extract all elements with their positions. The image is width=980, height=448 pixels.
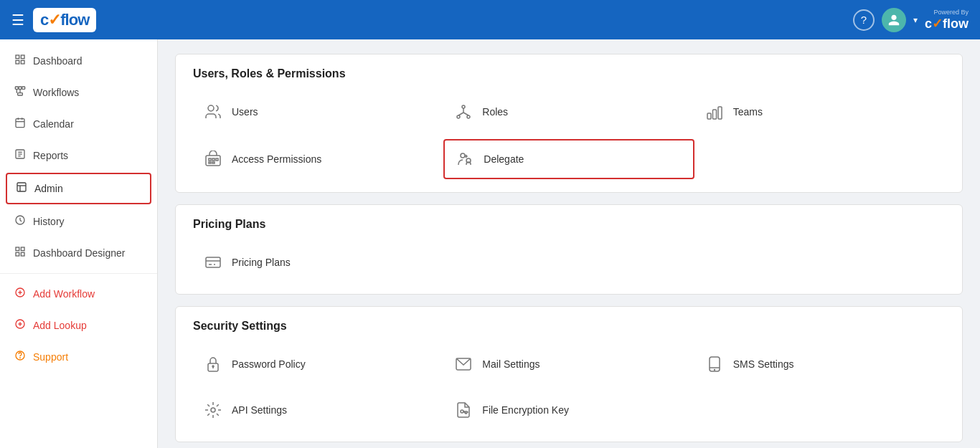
sidebar-item-add-lookup[interactable]: Add Lookup	[0, 310, 157, 341]
grid-item-users[interactable]: Users	[193, 93, 443, 130]
grid-item-access-permissions[interactable]: Access Permissions	[193, 139, 443, 179]
svg-rect-41	[707, 113, 711, 119]
grid-item-delegate[interactable]: Delegate	[443, 139, 694, 179]
delegate-icon	[453, 148, 476, 171]
grid-item-pricing-plans[interactable]: Pricing Plans	[193, 244, 443, 281]
logo[interactable]: c✓flow	[33, 8, 96, 32]
svg-line-40	[463, 113, 468, 115]
svg-rect-18	[17, 183, 26, 191]
svg-rect-6	[22, 87, 25, 89]
sidebar-item-history[interactable]: History	[0, 206, 157, 237]
sidebar-label-dashboard-designer: Dashboard Designer	[33, 247, 125, 259]
pricing-plans-grid: Pricing Plans	[193, 244, 945, 281]
sidebar-label-add-workflow: Add Workflow	[33, 288, 95, 300]
users-roles-grid: Users Roles Teams	[193, 93, 945, 179]
sidebar-item-support[interactable]: Support	[0, 341, 157, 373]
section-pricing-plans: Pricing Plans Pricing Plans	[175, 204, 963, 295]
svg-rect-42	[712, 110, 716, 119]
workflows-icon	[14, 85, 26, 100]
dashboard-icon	[14, 54, 26, 68]
add-lookup-icon	[14, 318, 26, 333]
section-users-roles: Users, Roles & Permissions Users Roles	[175, 54, 963, 193]
sidebar-item-dashboard[interactable]: Dashboard	[0, 45, 157, 77]
sidebar-item-admin[interactable]: Admin	[6, 173, 151, 204]
svg-rect-10	[16, 119, 24, 128]
main-container: Dashboard Workflows Calendar Reports Adm	[0, 39, 980, 448]
svg-rect-45	[209, 158, 211, 161]
header-right: ? ▾ Powered By c✓flow	[853, 8, 969, 32]
grid-item-roles[interactable]: Roles	[443, 93, 694, 130]
svg-rect-4	[15, 87, 18, 89]
grid-item-file-encryption-key[interactable]: File Encryption Key	[443, 391, 694, 429]
pricing-plans-icon	[202, 251, 225, 274]
grid-label-roles: Roles	[482, 106, 508, 118]
sidebar-item-calendar[interactable]: Calendar	[0, 108, 157, 140]
powered-logo-text: c✓flow	[925, 16, 969, 32]
sidebar-label-reports: Reports	[33, 150, 68, 161]
sidebar-label-history: History	[33, 216, 65, 227]
section-title-pricing-plans: Pricing Plans	[193, 218, 945, 231]
sidebar-label-workflows: Workflows	[33, 87, 79, 98]
grid-label-password-policy: Password Policy	[232, 358, 306, 370]
powered-by-text: Powered By	[933, 9, 969, 16]
admin-icon	[16, 181, 27, 196]
svg-point-64	[461, 410, 463, 413]
sidebar: Dashboard Workflows Calendar Reports Adm	[0, 39, 158, 448]
svg-point-37	[467, 115, 470, 118]
svg-rect-3	[21, 60, 24, 64]
sidebar-label-add-lookup: Add Lookup	[33, 320, 87, 331]
svg-rect-43	[718, 107, 722, 119]
svg-rect-46	[212, 158, 215, 161]
svg-rect-2	[16, 60, 19, 64]
sms-settings-icon	[703, 353, 726, 376]
calendar-icon	[14, 117, 26, 131]
support-icon	[14, 350, 26, 364]
sidebar-item-add-workflow[interactable]: Add Workflow	[0, 278, 157, 310]
sidebar-label-admin: Admin	[34, 183, 63, 194]
svg-point-34	[208, 105, 214, 111]
security-settings-grid: Password Policy Mail Settings SMS Settin…	[193, 345, 945, 429]
svg-point-35	[462, 105, 465, 108]
section-title-users-roles: Users, Roles & Permissions	[193, 67, 945, 80]
section-security-settings: Security Settings Password Policy Mail S…	[175, 306, 963, 442]
app-header: ☰ c✓flow ? ▾ Powered By c✓flow	[0, 0, 980, 39]
roles-icon	[452, 100, 475, 123]
grid-item-mail-settings[interactable]: Mail Settings	[443, 345, 694, 383]
help-button[interactable]: ?	[853, 9, 875, 31]
sidebar-item-reports[interactable]: Reports	[0, 140, 157, 171]
svg-rect-48	[209, 162, 211, 163]
api-settings-icon	[202, 399, 225, 421]
grid-item-teams[interactable]: Teams	[694, 93, 945, 130]
svg-rect-24	[16, 252, 19, 256]
powered-by: Powered By c✓flow	[925, 9, 969, 32]
grid-item-api-settings[interactable]: API Settings	[193, 391, 443, 429]
sidebar-label-support: Support	[33, 351, 68, 363]
sidebar-item-workflows[interactable]: Workflows	[0, 77, 157, 108]
dashboard-designer-icon	[14, 246, 26, 260]
avatar-icon	[887, 14, 900, 27]
grid-label-users: Users	[232, 106, 258, 118]
mail-settings-icon	[452, 353, 475, 376]
user-dropdown-arrow[interactable]: ▾	[913, 15, 918, 25]
file-encryption-key-icon	[452, 399, 475, 421]
sidebar-item-dashboard-designer[interactable]: Dashboard Designer	[0, 237, 157, 269]
user-avatar[interactable]	[882, 8, 906, 32]
header-left: ☰ c✓flow	[11, 8, 96, 32]
sidebar-label-calendar: Calendar	[33, 118, 74, 130]
svg-rect-49	[212, 162, 215, 163]
grid-item-sms-settings[interactable]: SMS Settings	[694, 345, 945, 383]
svg-rect-53	[206, 257, 220, 267]
hamburger-icon[interactable]: ☰	[11, 11, 24, 29]
content-area: Users, Roles & Permissions Users Roles	[158, 39, 980, 448]
add-workflow-icon	[14, 287, 26, 301]
sidebar-divider	[0, 273, 157, 274]
grid-item-password-policy[interactable]: Password Policy	[193, 345, 443, 383]
svg-rect-23	[21, 247, 24, 251]
users-icon	[202, 100, 225, 123]
grid-label-delegate: Delegate	[484, 153, 524, 165]
svg-point-63	[211, 408, 215, 412]
svg-rect-25	[21, 252, 24, 256]
reports-icon	[14, 148, 26, 163]
teams-icon	[703, 100, 726, 123]
svg-point-50	[461, 153, 465, 158]
